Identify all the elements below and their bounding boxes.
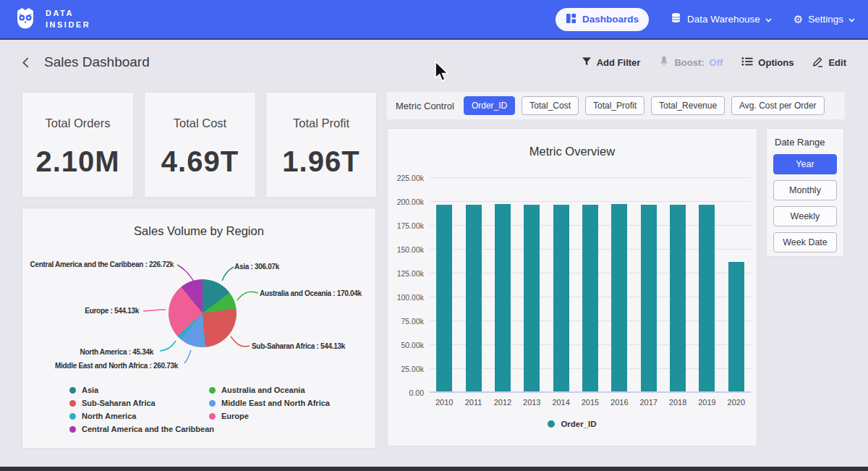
- x-tick: 2011: [459, 398, 488, 407]
- chevron-down-icon: [765, 14, 772, 25]
- kpi-label: Total Profit: [266, 116, 376, 130]
- edit-label: Edit: [828, 57, 846, 68]
- x-tick: 2012: [488, 398, 517, 407]
- metric-chip-total-profit[interactable]: Total_Profit: [585, 96, 644, 115]
- bar-2012[interactable]: [495, 204, 511, 391]
- options-label: Options: [758, 57, 793, 68]
- pie-legend-col-1: Australia and OceaniaMiddle East and Nor…: [209, 386, 330, 425]
- pie-legend-item[interactable]: Australia and Oceania: [209, 386, 330, 394]
- bar-2017[interactable]: [641, 205, 657, 391]
- pie-legend-item[interactable]: Central America and the Caribbean: [69, 425, 214, 433]
- legend-label: Middle East and North Africa: [221, 399, 330, 407]
- nav-data-warehouse[interactable]: Data Warehouse: [671, 12, 772, 26]
- y-tick: 225.00k: [397, 174, 424, 182]
- edit-button[interactable]: Edit: [812, 56, 846, 69]
- legend-label: Australia and Oceania: [221, 386, 305, 394]
- pie-legend-item[interactable]: Asia: [69, 386, 214, 394]
- dashboards-grid-icon: [566, 13, 576, 26]
- x-tick: 2017: [634, 398, 663, 407]
- bottom-bar: [0, 467, 868, 471]
- gear-icon: ⚙: [793, 14, 803, 25]
- bar-2014[interactable]: [553, 205, 569, 391]
- pie-legend-item[interactable]: Sub-Saharan Africa: [69, 399, 214, 407]
- date-range-option-weekly[interactable]: Weekly: [773, 206, 837, 226]
- nav-dashboards-button[interactable]: Dashboards: [556, 8, 649, 31]
- sales-volume-by-region-card: Sales Volume by Region Central America a…: [22, 208, 376, 449]
- legend-label: Asia: [82, 386, 98, 394]
- y-tick: 0.00: [409, 389, 424, 397]
- boost-toggle[interactable]: Boost: Off: [659, 56, 723, 69]
- x-tick: 2020: [722, 398, 751, 407]
- bar-2016[interactable]: [611, 204, 627, 391]
- kpi-label: Total Cost: [145, 116, 255, 130]
- y-tick: 100.00k: [397, 293, 424, 302]
- page-title: Sales Dashboard: [44, 54, 150, 70]
- legend-label: Europe: [221, 412, 249, 420]
- metric-chip-total-cost[interactable]: Total_Cost: [522, 96, 579, 115]
- metric-chip-order-id[interactable]: Order_ID: [464, 96, 515, 115]
- x-labels: 2010201120122013201420152016201720182019…: [430, 398, 751, 410]
- y-tick: 25.00k: [401, 365, 424, 373]
- add-filter-button[interactable]: Add Filter: [582, 56, 641, 69]
- legend-label: North America: [82, 412, 136, 420]
- pie-callout-europe: Europe : 544.13k: [85, 307, 139, 315]
- back-button[interactable]: [22, 56, 30, 69]
- nav-data-warehouse-label: Data Warehouse: [687, 14, 760, 25]
- legend-dot: [209, 413, 216, 420]
- date-range-option-monthly[interactable]: Monthly: [773, 180, 837, 200]
- kpi-card-total-profit: Total Profit 1.96T: [265, 92, 377, 198]
- bar-2010[interactable]: [436, 205, 452, 391]
- kpi-card-total-cost: Total Cost 4.69T: [144, 92, 256, 198]
- add-filter-label: Add Filter: [597, 57, 641, 68]
- bar-2019[interactable]: [699, 205, 715, 391]
- bar-plot: [430, 178, 751, 393]
- brand-line1: DATA: [46, 8, 90, 20]
- x-tick: 2018: [663, 398, 692, 407]
- legend-label: Central America and the Caribbean: [82, 425, 214, 433]
- legend-label: Sub-Saharan Africa: [82, 399, 156, 407]
- pie[interactable]: [169, 279, 237, 347]
- brand[interactable]: DATA INSIDER: [13, 6, 90, 33]
- legend-dot: [69, 426, 76, 433]
- kpi-label: Total Orders: [22, 116, 133, 130]
- kpi-value: 1.96T: [266, 145, 376, 178]
- boost-value: Off: [710, 57, 723, 68]
- pie-callout-sub-saharan: Sub-Saharan Africa : 544.13k: [252, 342, 345, 350]
- bar-2011[interactable]: [466, 205, 482, 391]
- x-tick: 2016: [605, 398, 634, 407]
- metric-chip-total-revenue[interactable]: Total_Revenue: [651, 96, 725, 115]
- legend-dot: [69, 400, 76, 407]
- bar-2018[interactable]: [670, 205, 686, 391]
- y-tick: 50.00k: [401, 341, 424, 349]
- nav-dashboards-label: Dashboards: [582, 14, 639, 25]
- date-range-label: Date Range: [775, 137, 837, 148]
- bar-legend-label: Order_ID: [561, 420, 596, 428]
- nav-settings[interactable]: ⚙ Settings: [793, 14, 855, 25]
- options-button[interactable]: Options: [741, 56, 793, 69]
- bar-2013[interactable]: [524, 205, 540, 391]
- metric-control-label: Metric Control: [396, 101, 454, 111]
- pie-legend-item[interactable]: Middle East and North Africa: [209, 399, 330, 407]
- date-range-option-year[interactable]: Year: [773, 154, 837, 174]
- metric-chip-avg-cost-per-order[interactable]: Avg. Cost per Order: [731, 96, 825, 115]
- legend-dot: [69, 413, 76, 420]
- rocket-icon: [659, 56, 669, 69]
- owl-logo-icon: [13, 6, 38, 33]
- chevron-down-icon: [848, 14, 855, 25]
- bar-2020[interactable]: [728, 262, 744, 391]
- pie-callout-middle-east: Middle East and North Africa : 260.73k: [55, 362, 178, 370]
- boost-label: Boost:: [674, 57, 704, 68]
- pie-callout-central-america: Central America and the Caribbean : 226.…: [30, 260, 174, 268]
- pie-legend-item[interactable]: Europe: [209, 412, 330, 420]
- pie-legend-item[interactable]: North America: [69, 412, 214, 420]
- x-tick: 2014: [547, 398, 576, 407]
- pencil-icon: [812, 56, 823, 69]
- brand-line2: INSIDER: [46, 20, 90, 31]
- metric-overview-chart-card: Metric Overview 0.0025.00k50.00k75.00k10…: [387, 128, 757, 446]
- bar-2015[interactable]: [582, 205, 598, 391]
- x-tick: 2010: [430, 398, 459, 407]
- x-tick: 2013: [517, 398, 546, 407]
- options-list-icon: [741, 56, 753, 69]
- bar-chart-legend[interactable]: Order_ID: [388, 420, 757, 428]
- date-range-option-week-date[interactable]: Week Date: [773, 232, 837, 253]
